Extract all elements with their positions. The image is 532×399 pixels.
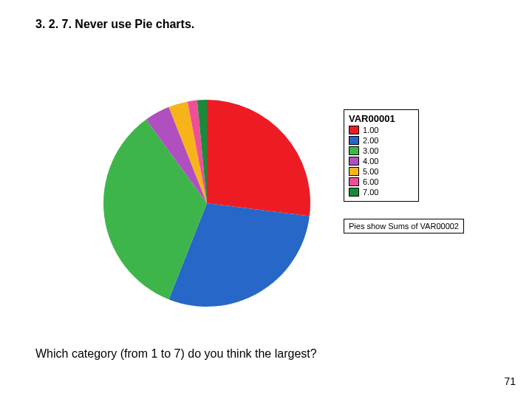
legend-swatch <box>349 177 359 186</box>
legend-label: 3.00 <box>363 146 378 155</box>
legend-label: 6.00 <box>363 177 378 186</box>
pie-slice <box>207 100 310 216</box>
legend-swatch <box>349 126 359 134</box>
legend-note: Pies show Sums of VAR00002 <box>344 219 464 233</box>
legend-swatch <box>349 188 359 197</box>
legend-item: 5.00 <box>349 167 414 176</box>
legend-label: 4.00 <box>363 157 378 166</box>
legend-swatch <box>349 146 359 155</box>
legend-label: 7.00 <box>363 188 378 197</box>
legend-item: 7.00 <box>349 188 414 197</box>
slide: 3. 2. 7. Never use Pie charts. VAR00001 … <box>0 0 532 399</box>
page-number: 71 <box>504 375 516 387</box>
legend-label: 5.00 <box>363 167 378 176</box>
legend-label: 1.00 <box>363 126 378 134</box>
legend-title: VAR00001 <box>349 113 414 124</box>
legend-item: 1.00 <box>349 126 414 134</box>
legend-label: 2.00 <box>363 136 378 145</box>
legend-item: 2.00 <box>349 136 414 145</box>
legend-item: 4.00 <box>349 157 414 166</box>
legend-swatch <box>349 167 359 176</box>
legend-swatch <box>349 157 359 166</box>
legend-item: 6.00 <box>349 177 414 186</box>
legend-swatch <box>349 136 359 145</box>
pie-chart <box>96 92 318 314</box>
section-heading: 3. 2. 7. Never use Pie charts. <box>35 18 194 31</box>
question-text: Which category (from 1 to 7) do you thin… <box>35 347 317 361</box>
legend: VAR00001 1.002.003.004.005.006.007.00 <box>344 109 419 202</box>
legend-item: 3.00 <box>349 146 414 155</box>
